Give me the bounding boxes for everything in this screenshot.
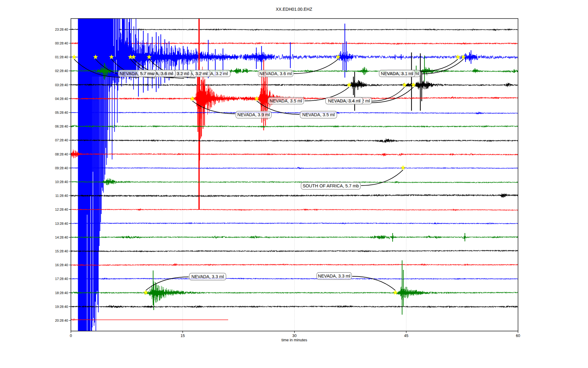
svg-text:0: 0 xyxy=(70,334,72,338)
svg-text:11:28:40: 11:28:40 xyxy=(55,194,68,197)
svg-text:14:28:40: 14:28:40 xyxy=(55,236,68,239)
svg-text:45: 45 xyxy=(404,334,409,338)
svg-text:05:28:40: 05:28:40 xyxy=(55,111,68,114)
svg-text:07:28:40: 07:28:40 xyxy=(55,138,68,142)
svg-text:09:28:40: 09:28:40 xyxy=(55,166,68,170)
svg-text:60: 60 xyxy=(516,334,520,338)
svg-text:NEVADA, 3.4 ml: NEVADA, 3.4 ml xyxy=(328,98,360,103)
svg-text:NEVADA, 3.5 ml: NEVADA, 3.5 ml xyxy=(270,98,302,103)
svg-text:NEVADA, 3.9 ml: NEVADA, 3.9 ml xyxy=(237,112,270,117)
svg-text:NEVADA, 3.5 ml: NEVADA, 3.5 ml xyxy=(302,112,335,117)
svg-text:06:28:40: 06:28:40 xyxy=(55,125,68,128)
svg-text:NEVADA, 3.3 ml: NEVADA, 3.3 ml xyxy=(318,274,350,278)
svg-text:time in minutes: time in minutes xyxy=(281,338,307,342)
svg-text:01:28:40: 01:28:40 xyxy=(55,55,68,59)
svg-text:00:28:40: 00:28:40 xyxy=(55,41,68,45)
svg-text:20:28:40: 20:28:40 xyxy=(55,319,68,322)
svg-text:NEVADA, 5.7 mw: NEVADA, 5.7 mw xyxy=(120,71,155,76)
svg-text:10:28:40: 10:28:40 xyxy=(55,180,68,184)
svg-text:30: 30 xyxy=(292,334,297,338)
svg-text:16:28:40: 16:28:40 xyxy=(55,263,68,267)
svg-text:XX.EDH01.00.EHZ: XX.EDH01.00.EHZ xyxy=(276,7,312,12)
svg-text:08:28:40: 08:28:40 xyxy=(55,152,68,156)
svg-text:23:28:40: 23:28:40 xyxy=(55,28,68,31)
svg-text:SOUTH OF AFRICA, 5.7 mb: SOUTH OF AFRICA, 5.7 mb xyxy=(303,183,359,188)
svg-text:02:28:40: 02:28:40 xyxy=(55,69,68,73)
svg-text:15: 15 xyxy=(181,334,185,338)
svg-text:04:28:40: 04:28:40 xyxy=(55,97,68,101)
svg-text:03:28:40: 03:28:40 xyxy=(55,83,68,87)
svg-text:18:28:40: 18:28:40 xyxy=(55,291,68,295)
svg-text:NEVADA, 3.6 ml: NEVADA, 3.6 ml xyxy=(259,71,292,76)
svg-text:NEVADA, 3.3 ml: NEVADA, 3.3 ml xyxy=(191,274,224,279)
svg-text:19:28:40: 19:28:40 xyxy=(55,305,68,309)
svg-text:15:28:40: 15:28:40 xyxy=(55,249,68,253)
svg-text:13:28:40: 13:28:40 xyxy=(55,222,68,225)
svg-text:12:28:40: 12:28:40 xyxy=(55,208,68,211)
svg-text:NEVADA, 3.1 ml: NEVADA, 3.1 ml xyxy=(381,71,413,76)
svg-text:17:28:40: 17:28:40 xyxy=(55,277,68,281)
